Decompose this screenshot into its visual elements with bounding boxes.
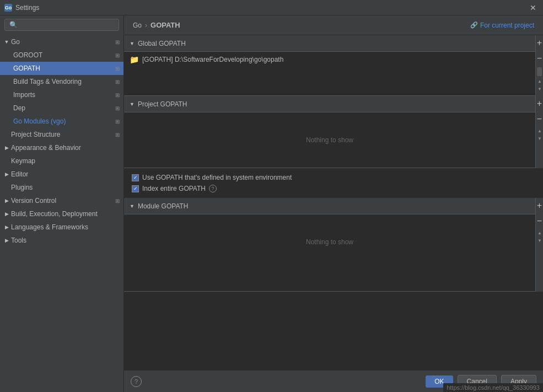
main-layout: Go ⊞ GOROOT ⊞ GOPATH ⊞ Build Tags & Vend… <box>0 15 543 392</box>
sidebar-label-build-tags: Build Tags & Vendoring <box>13 78 114 85</box>
link-label: For current project <box>480 22 534 29</box>
module-gopath-header[interactable]: ▼ Module GOPATH <box>124 198 535 214</box>
sidebar-icon-gopath: ⊞ <box>114 65 121 72</box>
project-gopath-label: Project GOPATH <box>138 100 187 108</box>
sidebar-label-editor: Editor <box>11 170 121 178</box>
sidebar-label-go: Go <box>11 38 114 46</box>
module-gopath-wrapper: ▼ Module GOPATH Nothing to show + − ▲ ▼ <box>124 198 543 292</box>
scroll-up-btn-global[interactable]: ▲ <box>536 77 543 85</box>
expand-arrow-build <box>2 210 11 218</box>
module-gopath-add-btn[interactable]: + <box>534 200 544 211</box>
sidebar-label-imports: Imports <box>13 91 114 99</box>
close-button[interactable]: ✕ <box>528 2 539 13</box>
window-title: Settings <box>15 4 39 12</box>
index-gopath-checkbox[interactable]: ✓ <box>132 185 139 192</box>
sidebar-label-go-modules: Go Modules (vgo) <box>13 117 114 125</box>
checkboxes-area: ✓ Use GOPATH that's defined in system en… <box>124 168 543 198</box>
scroll-down-btn-module[interactable]: ▼ <box>536 237 543 244</box>
sidebar-label-build-exec: Build, Execution, Deployment <box>11 210 121 218</box>
sidebar-item-goroot[interactable]: GOROOT ⊞ <box>0 49 123 62</box>
scroll-down-btn-global[interactable]: ▼ <box>536 85 543 93</box>
path-entry-0: 📁 [GOPATH] D:\SoftwareForDeveloping\go\g… <box>124 52 535 67</box>
index-gopath-help-icon[interactable]: ? <box>209 185 217 192</box>
sidebar-item-build-tags[interactable]: Build Tags & Vendoring ⊞ <box>0 75 123 88</box>
module-gopath-scrollbar: + − ▲ ▼ <box>535 198 543 292</box>
global-gopath-wrapper: ▼ Global GOPATH 📁 [GOPATH] D:\SoftwareFo… <box>124 35 543 96</box>
breadcrumb-current: GOPATH <box>150 21 180 29</box>
sidebar-item-imports[interactable]: Imports ⊞ <box>0 88 123 101</box>
breadcrumb-sep: › <box>145 22 147 29</box>
sidebar: Go ⊞ GOROOT ⊞ GOPATH ⊞ Build Tags & Vend… <box>0 15 124 392</box>
sidebar-icon-imports: ⊞ <box>114 91 121 99</box>
project-gopath-add-btn[interactable]: + <box>534 98 544 109</box>
sidebar-icon-go-modules: ⊞ <box>114 117 121 125</box>
expand-arrow-editor <box>2 170 11 179</box>
project-gopath-empty: Nothing to show <box>124 112 535 168</box>
title-bar: Go Settings ✕ <box>0 0 543 15</box>
global-gopath-scroll-track: ▲ ▼ <box>536 66 543 96</box>
use-gopath-check: ✓ <box>133 175 138 180</box>
index-gopath-row: ✓ Index entire GOPATH ? <box>132 185 535 192</box>
project-gopath-arrow: ▼ <box>130 101 135 107</box>
global-gopath-add-btn[interactable]: + <box>534 37 544 49</box>
global-gopath-label: Global GOPATH <box>138 40 186 47</box>
module-gopath-empty: Nothing to show <box>124 214 535 270</box>
expand-arrow-lang <box>2 223 11 232</box>
sidebar-label-dep: Dep <box>13 104 114 112</box>
sidebar-item-go-modules[interactable]: Go Modules (vgo) ⊞ <box>0 115 123 128</box>
expand-arrow-appearance <box>2 143 11 152</box>
index-gopath-check: ✓ <box>133 186 138 191</box>
use-gopath-label: Use GOPATH that's defined in system envi… <box>142 174 292 181</box>
sidebar-item-gopath[interactable]: GOPATH ⊞ <box>0 62 123 75</box>
global-gopath-scrollbar: + − ▲ ▼ <box>535 35 543 96</box>
use-gopath-row: ✓ Use GOPATH that's defined in system en… <box>132 174 535 181</box>
expand-arrow-vc <box>2 196 11 205</box>
scroll-up-btn-module[interactable]: ▲ <box>536 229 543 237</box>
breadcrumb-bar: Go › GOPATH 🔗 For current project <box>124 15 543 35</box>
sidebar-item-appearance-behavior[interactable]: Appearance & Behavior <box>0 141 123 154</box>
global-gopath-arrow: ▼ <box>130 41 135 46</box>
global-gopath-section: ▼ Global GOPATH 📁 [GOPATH] D:\SoftwareFo… <box>124 35 543 96</box>
project-gopath-header[interactable]: ▼ Project GOPATH <box>124 96 535 112</box>
sidebar-item-build-exec[interactable]: Build, Execution, Deployment <box>0 207 123 221</box>
sidebar-label-project-structure: Project Structure <box>11 131 114 138</box>
sidebar-item-tools[interactable]: Tools <box>0 234 123 247</box>
project-gopath-section: ▼ Project GOPATH Nothing to show + − ▲ ▼ <box>124 96 543 168</box>
sidebar-icon-goroot: ⊞ <box>114 51 121 59</box>
content-area: Go › GOPATH 🔗 For current project ▼ Glob… <box>124 15 543 392</box>
sidebar-item-keymap[interactable]: Keymap <box>0 154 123 168</box>
path-text-0: [GOPATH] D:\SoftwareForDeveloping\go\gop… <box>142 56 283 63</box>
folder-icon-0: 📁 <box>130 55 139 64</box>
sidebar-item-languages[interactable]: Languages & Frameworks <box>0 221 123 234</box>
expand-arrow-go <box>2 37 11 46</box>
project-gopath-scrollbar: + − ▲ ▼ <box>535 96 543 168</box>
sidebar-icon-dep: ⊞ <box>114 104 121 112</box>
sidebar-icon-vc: ⊞ <box>114 197 121 205</box>
global-gopath-main: ▼ Global GOPATH 📁 [GOPATH] D:\SoftwareFo… <box>124 35 535 96</box>
sidebar-item-project-structure[interactable]: Project Structure ⊞ <box>0 128 123 141</box>
search-input[interactable] <box>4 19 119 31</box>
sidebar-item-plugins[interactable]: Plugins <box>0 181 123 194</box>
sidebar-label-gopath: GOPATH <box>13 65 114 72</box>
for-current-project-link[interactable]: 🔗 For current project <box>470 22 534 29</box>
sidebar-label-languages: Languages & Frameworks <box>11 223 121 231</box>
sidebar-item-dep[interactable]: Dep ⊞ <box>0 101 123 115</box>
sidebar-label-tools: Tools <box>11 237 121 244</box>
module-gopath-arrow: ▼ <box>130 203 135 209</box>
sidebar-item-go[interactable]: Go ⊞ <box>0 35 123 49</box>
help-button[interactable]: ? <box>131 376 142 387</box>
sidebar-label-plugins: Plugins <box>11 184 121 191</box>
global-gopath-header[interactable]: ▼ Global GOPATH <box>124 35 535 52</box>
sidebar-item-version-control[interactable]: Version Control ⊞ <box>0 194 123 207</box>
title-bar-left: Go Settings <box>4 4 39 12</box>
use-gopath-checkbox[interactable]: ✓ <box>132 174 139 181</box>
project-gopath-wrapper: ▼ Project GOPATH Nothing to show + − ▲ ▼ <box>124 96 543 168</box>
sidebar-label-appearance-behavior: Appearance & Behavior <box>11 144 121 152</box>
sidebar-icon-go: ⊞ <box>114 38 121 46</box>
scroll-down-btn-project[interactable]: ▼ <box>536 135 543 142</box>
sidebar-icon-build-tags: ⊞ <box>114 78 121 85</box>
sidebar-tree: Go ⊞ GOROOT ⊞ GOPATH ⊞ Build Tags & Vend… <box>0 34 123 392</box>
scroll-up-btn-project[interactable]: ▲ <box>536 127 543 135</box>
sidebar-icon-project-structure: ⊞ <box>114 131 121 138</box>
sidebar-item-editor[interactable]: Editor <box>0 168 123 181</box>
